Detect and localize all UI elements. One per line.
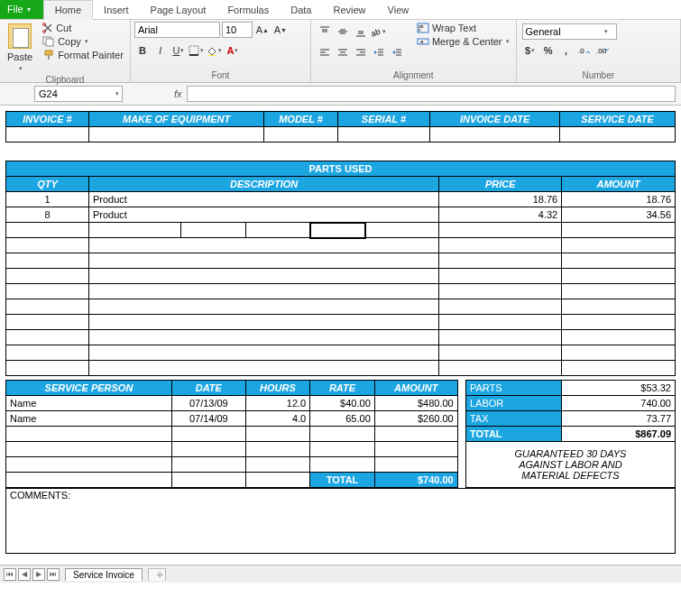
font-size-combo[interactable] (222, 22, 253, 38)
number-format-combo[interactable] (522, 23, 617, 40)
underline-button[interactable]: U▾ (170, 42, 187, 59)
col-serial: SERIAL # (337, 112, 429, 127)
align-left-button[interactable] (317, 44, 333, 60)
cell[interactable]: Product (88, 192, 438, 207)
sheet-tab-service-invoice[interactable]: Service Invoice (65, 568, 143, 581)
chevron-down-icon: ▾ (27, 5, 31, 14)
merge-center-button[interactable]: aMerge & Center▾ (414, 35, 512, 48)
align-center-button[interactable] (335, 44, 351, 60)
svg-rect-4 (45, 51, 52, 55)
tab-page-layout[interactable]: Page Layout (140, 1, 217, 19)
increase-decimal-button[interactable]: .0 (576, 42, 593, 59)
svg-rect-3 (46, 39, 53, 46)
align-middle-button[interactable] (335, 23, 351, 40)
invoice-header-table: INVOICE # MAKE OF EQUIPMENT MODEL # SERI… (5, 111, 676, 143)
formula-input[interactable] (187, 86, 676, 102)
cell[interactable] (181, 223, 246, 238)
sheet-nav-next[interactable]: ▶ (32, 568, 45, 581)
cell[interactable] (6, 127, 89, 143)
cell[interactable]: Name (6, 396, 172, 411)
paste-button[interactable]: Paste ▾ (4, 22, 36, 74)
parts-used-table: PARTS USED QTY DESCRIPTION PRICE AMOUNT … (5, 161, 676, 376)
comma-button[interactable]: , (558, 42, 575, 59)
sheet-tab-bar: ⏮ ◀ ▶ ⏭ Service Invoice ✧ (0, 565, 681, 583)
align-bottom-button[interactable] (353, 23, 369, 40)
cell[interactable]: 12.0 (245, 396, 310, 411)
svg-text:.00: .00 (596, 47, 607, 55)
cell[interactable] (365, 223, 439, 238)
active-cell[interactable] (310, 223, 365, 238)
cell[interactable] (245, 223, 310, 238)
format-painter-button[interactable]: Format Painter (40, 49, 126, 61)
cell[interactable]: 4.0 (245, 411, 310, 427)
cell[interactable] (88, 127, 263, 143)
wrap-text-button[interactable]: abcWrap Text (414, 22, 512, 34)
summary-parts-label: PARTS (465, 381, 561, 396)
copy-button[interactable]: Copy▾ (40, 35, 126, 48)
tab-formulas[interactable]: Formulas (216, 1, 280, 19)
cell[interactable]: Name (6, 411, 172, 427)
font-color-button[interactable]: A▾ (225, 42, 241, 59)
sheet-nav-last[interactable]: ⏭ (47, 568, 60, 581)
shrink-font-button[interactable]: A▼ (272, 22, 289, 38)
ribbon: Paste ▾ Cut Copy▾ Format Painter Clipboa… (0, 20, 681, 83)
cell[interactable] (562, 223, 676, 238)
svg-text:.0: .0 (578, 47, 584, 55)
tab-data[interactable]: Data (280, 1, 322, 19)
svg-rect-5 (48, 55, 50, 60)
cell[interactable] (264, 127, 338, 143)
cut-button[interactable]: Cut (40, 22, 126, 34)
percent-button[interactable]: % (540, 42, 557, 59)
cell[interactable]: $480.00 (374, 396, 457, 411)
grow-font-button[interactable]: A▲ (254, 22, 271, 38)
cell[interactable] (6, 223, 89, 238)
col-date: DATE (171, 381, 245, 396)
cell[interactable]: 07/14/09 (171, 411, 245, 427)
cell[interactable] (560, 127, 676, 143)
cell[interactable]: 1 (6, 192, 89, 207)
col-invoice-no: INVOICE # (6, 112, 89, 127)
cell[interactable]: 4.32 (439, 207, 562, 223)
font-name-combo[interactable] (134, 22, 220, 38)
cell[interactable] (430, 127, 560, 143)
service-summary-table: SERVICE PERSON DATE HOURS RATE AMOUNT PA… (5, 380, 676, 488)
tab-insert[interactable]: Insert (93, 1, 140, 19)
worksheet[interactable]: INVOICE # MAKE OF EQUIPMENT MODEL # SERI… (0, 111, 681, 554)
fx-icon[interactable]: fx (171, 88, 185, 99)
increase-indent-button[interactable] (389, 44, 405, 60)
tab-review[interactable]: Review (322, 1, 376, 19)
tab-home[interactable]: Home (43, 0, 93, 20)
cell[interactable]: 8 (6, 207, 89, 223)
cell[interactable]: 18.76 (562, 192, 676, 207)
orientation-button[interactable]: ab▾ (371, 23, 387, 40)
cell[interactable] (439, 223, 562, 238)
cell[interactable]: 34.56 (562, 207, 676, 223)
group-font: A▲ A▼ B I U▾ ▾ ▾ A▾ Font (131, 20, 311, 82)
decrease-decimal-button[interactable]: .00 (594, 42, 611, 59)
cell[interactable]: $40.00 (310, 396, 375, 411)
new-sheet-button[interactable]: ✧ (148, 568, 166, 581)
name-box[interactable]: G24▾ (34, 86, 123, 102)
decrease-indent-button[interactable] (371, 44, 387, 60)
cell[interactable] (337, 127, 429, 143)
cell[interactable]: Product (88, 207, 438, 223)
cell[interactable]: 65.00 (310, 411, 375, 427)
accounting-format-button[interactable]: $▾ (522, 42, 538, 59)
sheet-nav-prev[interactable]: ◀ (18, 568, 31, 581)
sheet-nav-first[interactable]: ⏮ (4, 568, 16, 581)
align-top-button[interactable] (317, 23, 333, 40)
comments-cell[interactable]: COMMENTS: (6, 489, 676, 554)
cell[interactable] (88, 223, 180, 238)
cell[interactable]: 07/13/09 (171, 396, 245, 411)
col-service-person: SERVICE PERSON (6, 381, 172, 396)
border-button[interactable]: ▾ (189, 42, 205, 59)
align-right-button[interactable] (353, 44, 369, 60)
fill-color-button[interactable]: ▾ (207, 42, 223, 59)
tab-file[interactable]: File▾ (0, 0, 43, 19)
italic-button[interactable]: I (152, 42, 169, 59)
bold-button[interactable]: B (134, 42, 151, 59)
cell[interactable]: 18.76 (439, 192, 562, 207)
chevron-down-icon: ▾ (85, 38, 88, 45)
cell[interactable]: $260.00 (374, 411, 457, 427)
tab-view[interactable]: View (377, 1, 420, 19)
